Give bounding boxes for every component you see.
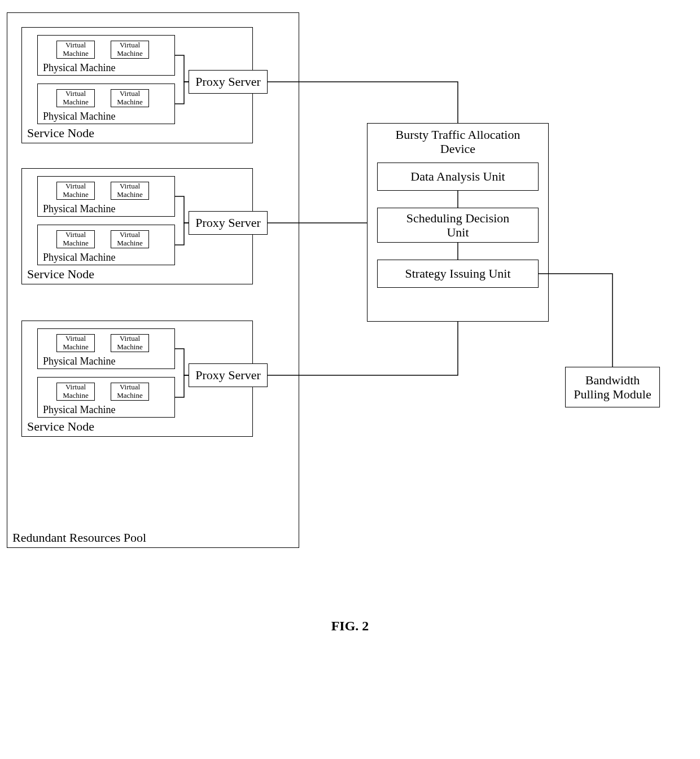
- sn2-pm1-vm2: VirtualMachine: [111, 182, 149, 200]
- sn3-pm1-vm1: VirtualMachine: [56, 334, 95, 352]
- sn1-pm2-vm1: VirtualMachine: [56, 89, 95, 107]
- sn2-pm2-vm2: VirtualMachine: [111, 230, 149, 248]
- sn3-pm2-vm1: VirtualMachine: [56, 383, 95, 401]
- sn2-pm1-label: Physical Machine: [43, 203, 115, 215]
- figure-caption: FIG. 2: [0, 618, 700, 634]
- sn1-pm1-label: Physical Machine: [43, 62, 115, 74]
- service-node-1-label: Service Node: [27, 126, 94, 141]
- bursty-traffic-allocation-device-title: Bursty Traffic AllocationDevice: [367, 128, 549, 156]
- sn3-pm2-vm2: VirtualMachine: [111, 383, 149, 401]
- sn1-pm1-vm1: VirtualMachine: [56, 41, 95, 59]
- sn2-pm1-vm1: VirtualMachine: [56, 182, 95, 200]
- service-node-3-label: Service Node: [27, 419, 94, 434]
- proxy-server-3: Proxy Server: [189, 363, 268, 387]
- redundant-resources-pool-label: Redundant Resources Pool: [12, 530, 146, 545]
- sn2-pm2-label: Physical Machine: [43, 252, 115, 264]
- service-node-2-label: Service Node: [27, 267, 94, 282]
- diagram-canvas: Redundant Resources Pool Service Node Ph…: [0, 0, 700, 759]
- proxy-server-1: Proxy Server: [189, 70, 268, 94]
- sn3-pm1-label: Physical Machine: [43, 356, 115, 367]
- sn3-pm1-vm2: VirtualMachine: [111, 334, 149, 352]
- sn2-pm2-vm1: VirtualMachine: [56, 230, 95, 248]
- sn1-pm1-vm2: VirtualMachine: [111, 41, 149, 59]
- sn1-pm2-label: Physical Machine: [43, 111, 115, 122]
- scheduling-decision-unit: Scheduling DecisionUnit: [377, 208, 539, 243]
- proxy-server-2: Proxy Server: [189, 211, 268, 235]
- sn3-pm2-label: Physical Machine: [43, 404, 115, 416]
- bandwidth-pulling-module: BandwidthPulling Module: [565, 367, 660, 407]
- data-analysis-unit: Data Analysis Unit: [377, 163, 539, 191]
- sn1-pm2-vm2: VirtualMachine: [111, 89, 149, 107]
- strategy-issuing-unit: Strategy Issuing Unit: [377, 260, 539, 288]
